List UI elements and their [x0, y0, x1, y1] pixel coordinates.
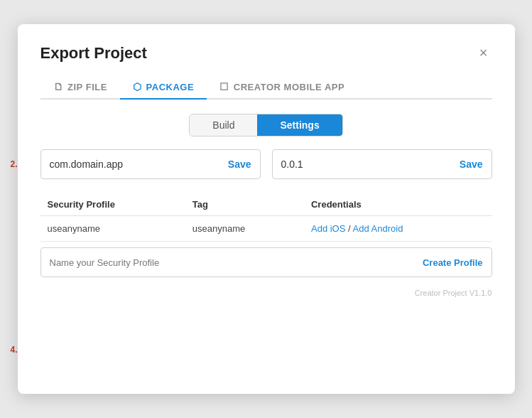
footer: Creator Project V1.1.0	[40, 289, 492, 297]
table-header-row: Security Profile Tag Credentials	[40, 195, 492, 216]
version-input[interactable]	[281, 159, 454, 170]
separator: /	[345, 223, 352, 234]
modal: Export Project × 🗋 ZIP FILE ⬡ PACKAGE ☐ …	[18, 24, 515, 394]
add-ios-link[interactable]: Add iOS	[311, 223, 345, 234]
modal-header: Export Project ×	[40, 44, 492, 63]
sub-tabs-row: Build Settings	[40, 114, 492, 136]
mobile-app-icon: ☐	[219, 81, 229, 92]
modal-title: Export Project	[40, 44, 147, 63]
create-profile-button[interactable]: Create Profile	[423, 257, 483, 268]
app-id-save-button[interactable]: Save	[222, 159, 251, 170]
table-row: useanyname useanyname Add iOS / Add Andr…	[40, 216, 492, 242]
tab-package[interactable]: ⬡ PACKAGE	[120, 75, 207, 100]
app-id-input[interactable]	[50, 159, 222, 170]
profile-tag-cell: useanyname	[185, 216, 304, 242]
tab-zip-file[interactable]: 🗋 ZIP FILE	[40, 75, 120, 100]
package-icon: ⬡	[133, 81, 142, 92]
sub-tab-build[interactable]: Build	[190, 114, 257, 136]
tab-creator-mobile-app[interactable]: ☐ CREATOR MOBILE APP	[207, 75, 357, 100]
tab-zip-file-label: ZIP FILE	[67, 82, 107, 92]
profile-name-cell: useanyname	[40, 216, 185, 242]
version-save-button[interactable]: Save	[454, 159, 483, 170]
security-profile-table: Security Profile Tag Credentials useanyn…	[40, 195, 492, 242]
credentials-cell: Add iOS / Add Android	[304, 216, 492, 242]
zip-file-icon: 🗋	[53, 81, 64, 92]
version-field-box: Save	[272, 149, 492, 179]
tab-creator-mobile-app-label: CREATOR MOBILE APP	[234, 82, 344, 92]
col-security-profile: Security Profile	[40, 195, 185, 216]
sub-tab-group: Build Settings	[189, 114, 342, 136]
tab-package-label: PACKAGE	[146, 82, 195, 92]
add-android-link[interactable]: Add Android	[353, 223, 403, 234]
sub-tab-settings[interactable]: Settings	[257, 114, 342, 136]
create-profile-row: Create Profile	[40, 247, 492, 277]
col-tag: Tag	[185, 195, 304, 216]
close-button[interactable]: ×	[475, 44, 492, 61]
fields-row: Save Save	[40, 149, 492, 179]
app-id-field-box: Save	[40, 149, 261, 179]
security-profile-name-input[interactable]	[50, 257, 423, 268]
col-credentials: Credentials	[304, 195, 492, 216]
tabs-row: 🗋 ZIP FILE ⬡ PACKAGE ☐ CREATOR MOBILE AP…	[40, 75, 492, 100]
